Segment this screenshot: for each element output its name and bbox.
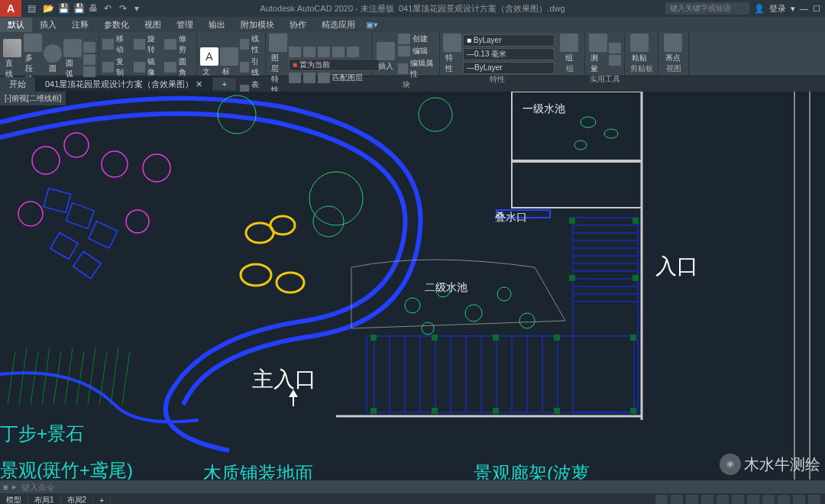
draw-mini-3[interactable] <box>83 66 95 77</box>
title-bar: A ▤ 📂 💾 💾 🖶 ↶ ↷ ▾ Autodesk AutoCAD 2020 … <box>0 0 825 17</box>
login-link[interactable]: 登录 <box>769 3 786 15</box>
ribbon: 直线 多段线 圆 圆弧 绘图 移动旋转修剪 复制镜像圆角 拉伸缩放阵列 修改 A… <box>0 32 825 76</box>
svg-point-24 <box>277 273 304 292</box>
draw-mini-1[interactable] <box>83 42 95 53</box>
panel-viewbase: 基点 视图 <box>658 32 689 76</box>
help-icon[interactable]: ▾ <box>791 4 795 14</box>
status-model-icon[interactable] <box>655 495 668 504</box>
model-tab[interactable]: 模型 <box>0 495 28 504</box>
drawing-canvas[interactable]: [-]俯视[二维线框] <box>0 92 825 480</box>
cmd-prompt-icon: ▸ <box>12 482 17 492</box>
tab-output[interactable]: 输出 <box>201 18 233 32</box>
tab-manage[interactable]: 管理 <box>169 18 201 32</box>
svg-point-25 <box>405 298 420 313</box>
doctab-start[interactable]: 开始 <box>0 77 36 92</box>
wechat-icon: ✳ <box>720 454 741 475</box>
command-input[interactable] <box>21 483 822 492</box>
svg-rect-65 <box>370 408 377 414</box>
svg-point-32 <box>604 129 618 138</box>
qat-save-icon[interactable]: 💾 <box>58 3 69 14</box>
svg-line-75 <box>19 347 27 405</box>
tab-default[interactable]: 默认 <box>0 18 32 32</box>
qat-saveas-icon[interactable]: 💾 <box>73 3 84 14</box>
user-icon[interactable]: 👤 <box>754 4 765 14</box>
status-anno-icon[interactable] <box>762 495 775 504</box>
group-button[interactable]: 组 <box>558 34 581 63</box>
doctab-current[interactable]: 041屋顶花园景观设计方案（含效果图） ✕ <box>36 77 212 92</box>
svg-point-20 <box>419 98 452 131</box>
status-grid-icon[interactable] <box>671 495 683 504</box>
cmd-history-icon[interactable]: ≡ <box>3 483 8 492</box>
line-button[interactable]: 直线 <box>3 39 21 79</box>
layer-dropdown[interactable]: ■ 置为当前 <box>289 59 380 71</box>
tab-collab[interactable]: 协作 <box>282 18 314 32</box>
svg-rect-60 <box>370 334 377 341</box>
svg-line-74 <box>8 351 15 405</box>
props-button[interactable]: 特性 <box>443 34 461 74</box>
tab-addins[interactable]: 附加模块 <box>233 18 282 32</box>
lineweight-dropdown[interactable]: — 0.13 毫米 <box>463 48 555 60</box>
status-clean-icon[interactable] <box>793 495 805 504</box>
app-logo[interactable]: A <box>0 0 21 17</box>
measure-button[interactable]: 测量 <box>588 34 607 74</box>
draw-mini-2[interactable] <box>83 54 95 65</box>
linetype-dropdown[interactable]: — ByLayer <box>463 62 555 74</box>
qat-redo-icon[interactable]: ↷ <box>119 3 130 14</box>
svg-rect-61 <box>432 334 438 341</box>
tab-featured[interactable]: 精选应用 <box>314 18 363 32</box>
svg-line-81 <box>88 347 95 405</box>
qat-dd-icon[interactable]: ▾ <box>134 3 145 14</box>
base-button[interactable]: 基点 <box>662 34 684 63</box>
svg-rect-70 <box>569 218 575 224</box>
color-dropdown[interactable]: ■ ByLayer <box>463 34 555 47</box>
status-osnap-icon[interactable] <box>732 495 744 504</box>
status-custom-icon[interactable] <box>808 495 820 504</box>
status-snap-icon[interactable] <box>686 495 698 504</box>
status-lwt-icon[interactable] <box>747 495 759 504</box>
qat-undo-icon[interactable]: ↶ <box>104 3 115 14</box>
svg-rect-63 <box>554 334 560 341</box>
label-waterfall: 叠水口 <box>495 211 527 225</box>
window-title: Autodesk AutoCAD 2020 - 未注册版 041屋顶花园景观设计… <box>260 3 565 15</box>
svg-point-11 <box>32 147 60 174</box>
minimize-icon[interactable]: — <box>800 4 808 13</box>
qat-new-icon[interactable]: ▤ <box>28 3 38 14</box>
tab-parametric[interactable]: 参数化 <box>96 18 137 32</box>
svg-point-17 <box>309 172 363 225</box>
svg-point-22 <box>270 216 295 234</box>
svg-point-30 <box>519 313 535 328</box>
insert-button[interactable]: 插入 <box>376 42 396 72</box>
svg-point-13 <box>102 151 128 177</box>
tab-expand-icon[interactable]: ▣▾ <box>366 20 378 30</box>
tab-annotate[interactable]: 注释 <box>64 18 96 32</box>
svg-rect-62 <box>493 334 499 341</box>
layout-plus[interactable]: + <box>93 496 111 505</box>
drawing-svg <box>0 92 825 480</box>
maximize-icon[interactable]: ☐ <box>813 4 820 14</box>
doctab-plus[interactable]: + <box>212 78 236 90</box>
ribbon-tabs: 默认 插入 注释 参数化 视图 管理 输出 附加模块 协作 精选应用 ▣▾ <box>0 17 825 32</box>
command-line[interactable]: ≡ ▸ <box>0 480 825 493</box>
tab-view[interactable]: 视图 <box>137 18 169 32</box>
quick-access-toolbar: ▤ 📂 💾 💾 🖶 ↶ ↷ ▾ <box>21 3 151 14</box>
search-input[interactable]: 键入关键字或短语 <box>665 2 749 15</box>
qat-open-icon[interactable]: 📂 <box>43 3 53 14</box>
label-entrance: 入口 <box>655 252 698 281</box>
layout1-tab[interactable]: 布局1 <box>28 495 61 504</box>
circle-button[interactable]: 圆 <box>44 44 62 74</box>
watermark: ✳ 木水牛测绘 <box>720 454 820 475</box>
svg-point-14 <box>143 154 170 182</box>
svg-point-15 <box>18 202 43 226</box>
status-workspace-icon[interactable] <box>778 495 790 504</box>
status-polar-icon[interactable] <box>717 495 729 504</box>
layout2-tab[interactable]: 布局2 <box>61 495 94 504</box>
svg-point-29 <box>422 322 434 334</box>
layer-props-button[interactable]: 图层特性 <box>269 34 287 95</box>
svg-line-83 <box>111 347 118 405</box>
svg-point-33 <box>574 141 587 150</box>
arc-button[interactable]: 圆弧 <box>63 39 82 79</box>
tab-insert[interactable]: 插入 <box>32 18 64 32</box>
qat-plot-icon[interactable]: 🖶 <box>89 3 99 14</box>
status-ortho-icon[interactable] <box>701 495 713 504</box>
paste-button[interactable]: 粘贴 <box>628 34 651 63</box>
